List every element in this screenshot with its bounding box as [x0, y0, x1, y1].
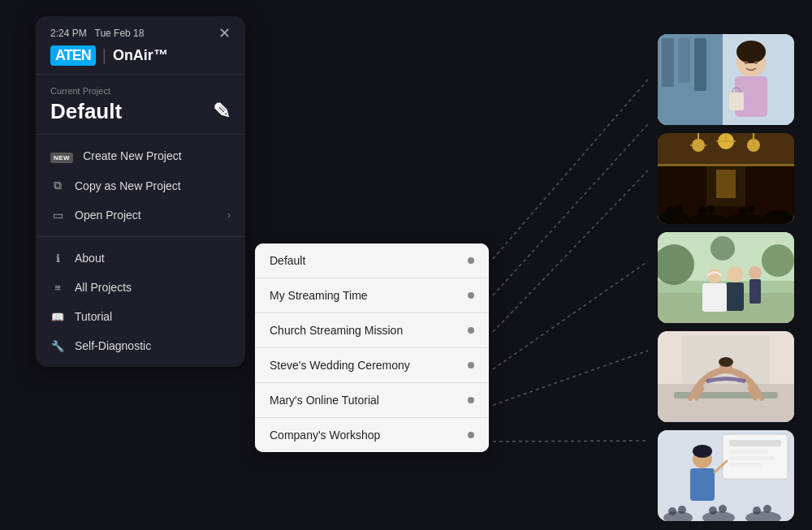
- thumb-inner-3: [658, 232, 794, 323]
- svg-line-58: [758, 392, 762, 399]
- svg-point-79: [719, 505, 727, 513]
- tutorial-item[interactable]: 📖 Tutorial: [36, 302, 245, 331]
- thumbnail-default[interactable]: [658, 34, 794, 125]
- dropdown-dot: [468, 397, 474, 403]
- dropdown-dot: [468, 432, 474, 438]
- close-button[interactable]: ✕: [218, 26, 231, 41]
- sidebar-header: 2:24 PM Tue Feb 18 ✕ ATEN | OnAir™: [36, 16, 245, 75]
- svg-point-62: [719, 357, 733, 367]
- svg-rect-67: [729, 456, 775, 460]
- svg-point-36: [698, 207, 706, 215]
- copy-icon: ⧉: [50, 179, 65, 192]
- dropdown-item-workshop[interactable]: Company's Workshop: [255, 418, 489, 452]
- thumbnail-workshop[interactable]: [658, 430, 794, 521]
- dropdown-item-label: Church Streaming Mission: [270, 324, 403, 337]
- open-project-item[interactable]: ▭ Open Project ›: [36, 200, 245, 230]
- current-project-label: Current Project: [50, 86, 231, 96]
- project-dropdown: Default My Streaming Time Church Streami…: [255, 243, 489, 452]
- svg-rect-71: [690, 468, 715, 501]
- thumb-inner-4: [658, 331, 794, 422]
- dropdown-dot: [468, 292, 474, 299]
- list-icon: ≡: [50, 282, 65, 294]
- svg-point-76: [668, 507, 676, 515]
- time: 2:24 PM: [50, 28, 87, 39]
- dropdown-item-label: Mary's Online Tutorial: [270, 394, 379, 407]
- svg-rect-48: [726, 282, 744, 311]
- dropdown-item-default[interactable]: Default: [255, 243, 489, 278]
- svg-point-51: [749, 266, 762, 279]
- logo-divider: |: [102, 46, 106, 65]
- thumbnails-column: [658, 34, 794, 521]
- open-label: Open Project: [75, 209, 141, 222]
- svg-point-77: [678, 506, 686, 514]
- sidebar: 2:24 PM Tue Feb 18 ✕ ATEN | OnAir™ Curre…: [36, 16, 245, 367]
- svg-point-39: [747, 205, 755, 213]
- svg-point-81: [763, 505, 771, 513]
- svg-line-3: [493, 261, 648, 369]
- svg-point-38: [739, 207, 747, 215]
- all-projects-item[interactable]: ≡ All Projects: [36, 273, 245, 302]
- thumb-inner-2: [658, 133, 794, 224]
- thumbnail-yoga[interactable]: [658, 331, 794, 422]
- svg-point-14: [736, 41, 766, 63]
- svg-point-80: [753, 506, 761, 515]
- dropdown-item-label: Steve's Wedding Ceremony: [270, 359, 410, 372]
- about-item[interactable]: ℹ About: [36, 243, 245, 273]
- dropdown-item-church[interactable]: Church Streaming Mission: [255, 313, 489, 348]
- dropdown-item-label: Default: [270, 254, 305, 267]
- edit-icon[interactable]: ✎: [213, 99, 231, 124]
- current-project-name: Default ✎: [50, 99, 231, 124]
- svg-rect-17: [729, 93, 744, 110]
- tutorial-label: Tutorial: [75, 310, 112, 323]
- svg-rect-50: [702, 283, 727, 312]
- dropdown-item-tutorial[interactable]: Mary's Online Tutorial: [255, 383, 489, 418]
- svg-rect-52: [749, 279, 761, 304]
- self-diagnostic-label: Self-Diagnostic: [75, 339, 151, 352]
- svg-rect-65: [729, 440, 781, 446]
- svg-point-15: [745, 61, 748, 64]
- svg-point-47: [727, 266, 743, 282]
- dropdown-item-streaming-time[interactable]: My Streaming Time: [255, 278, 489, 313]
- svg-point-45: [710, 236, 735, 261]
- dropdown-dot: [468, 362, 474, 368]
- time-date: 2:24 PM Tue Feb 18: [50, 28, 144, 39]
- copy-new-project-item[interactable]: ⧉ Copy as New Project: [36, 170, 245, 200]
- aten-logo: ATEN: [50, 45, 96, 66]
- logo-row: ATEN | OnAir™: [50, 45, 231, 66]
- svg-point-49: [707, 269, 722, 283]
- all-projects-label: All Projects: [75, 281, 132, 294]
- create-new-project-item[interactable]: NEW Create New Project: [36, 141, 245, 170]
- new-badge: NEW: [50, 153, 73, 163]
- svg-line-57: [690, 392, 694, 399]
- date: Tue Feb 18: [95, 28, 145, 39]
- svg-line-2: [493, 170, 648, 332]
- dropdown-item-label: Company's Workshop: [270, 429, 380, 442]
- self-diagnostic-item[interactable]: 🔧 Self-Diagnostic: [36, 331, 245, 360]
- new-badge-icon: NEW: [50, 149, 73, 162]
- svg-rect-54: [658, 384, 794, 422]
- svg-rect-40: [658, 164, 794, 166]
- main-menu-section: NEW Create New Project ⧉ Copy as New Pro…: [36, 135, 245, 237]
- svg-point-16: [754, 61, 758, 64]
- info-icon: ℹ: [50, 252, 65, 265]
- wrench-icon: 🔧: [50, 340, 65, 352]
- copy-new-label: Copy as New Project: [75, 179, 181, 192]
- chevron-right-icon: ›: [227, 209, 231, 221]
- create-new-label: Create New Project: [83, 149, 181, 162]
- thumbnail-wedding[interactable]: [658, 232, 794, 323]
- dropdown-item-wedding[interactable]: Steve's Wedding Ceremony: [255, 348, 489, 383]
- thumbnail-church[interactable]: [658, 133, 794, 224]
- current-project-section: Current Project Default ✎: [36, 75, 245, 135]
- bottom-menu-section: ℹ About ≡ All Projects 📖 Tutorial 🔧 Self…: [36, 237, 245, 367]
- thumb-inner-5: [658, 430, 794, 521]
- svg-rect-11: [694, 38, 706, 91]
- svg-line-0: [493, 80, 648, 259]
- project-name: Default: [50, 99, 122, 124]
- dropdown-dot: [468, 327, 474, 334]
- onair-logo: OnAir™: [113, 47, 168, 64]
- svg-line-4: [493, 351, 648, 405]
- folder-icon: ▭: [50, 209, 65, 222]
- svg-point-44: [762, 244, 794, 277]
- svg-point-70: [693, 445, 712, 458]
- svg-rect-66: [729, 450, 768, 454]
